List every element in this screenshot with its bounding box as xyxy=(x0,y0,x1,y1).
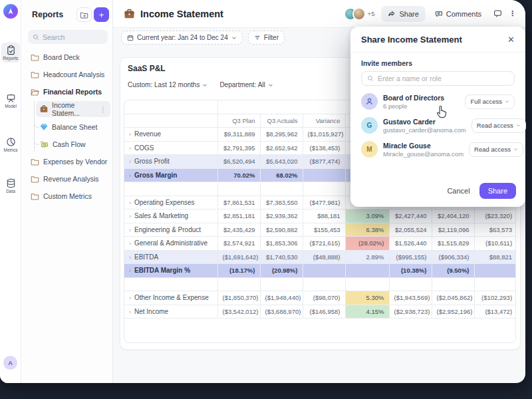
sidebar-item-financial-reports[interactable]: Financial Reports xyxy=(25,84,110,100)
table-cell: 6.38% xyxy=(345,223,389,237)
table-cell: (9.50%) xyxy=(432,264,474,278)
table-cell: $6,520,494 xyxy=(217,155,260,169)
row-label-text: Engineering & Product xyxy=(134,226,201,233)
sidebar-item-revenue-analysis[interactable]: Revenue Analysis xyxy=(25,171,110,187)
sidebar-item-income-statem[interactable]: Income Statem...⋮ xyxy=(36,101,110,117)
row-label-text: Other Income & Expense xyxy=(134,294,209,301)
row-label[interactable]: ›Other Income & Expense xyxy=(124,291,217,305)
rail-item-metrics[interactable]: Metrics xyxy=(1,134,20,154)
table-cell: ($3,688,970) xyxy=(260,305,303,319)
rail-item-label: Model xyxy=(5,104,17,108)
filter-bar: Current year: Jan 24 to Dec 24 Filter xyxy=(121,31,285,45)
expand-caret-icon: › xyxy=(129,240,131,247)
comments-button[interactable]: Comments xyxy=(428,6,488,22)
close-icon[interactable]: ✕ xyxy=(507,35,515,45)
item-menu-icon[interactable]: ⋮ xyxy=(100,106,106,113)
table-cell xyxy=(260,182,303,196)
comments-button-label: Comments xyxy=(446,10,481,18)
collaborator-avatars[interactable]: +5 xyxy=(344,7,375,21)
table-cell: $2,119,096 xyxy=(432,223,474,237)
table-cell: ($13,472) xyxy=(474,305,516,319)
access-dropdown[interactable]: Read access xyxy=(469,142,523,157)
table-cell: ($3,542,012) xyxy=(217,305,260,319)
gem-icon xyxy=(40,123,48,131)
table-cell: ($2,938,723) xyxy=(389,305,432,319)
sidebar-item-board-deck[interactable]: Board Deck xyxy=(25,49,110,65)
row-label[interactable]: ›Engineering & Product xyxy=(124,223,217,237)
table-cell xyxy=(303,277,345,291)
rail-item-label: Reports xyxy=(3,56,19,61)
sidebar-item-label: Balance Sheet xyxy=(52,123,97,131)
user-avatar[interactable]: A xyxy=(3,356,17,370)
row-label[interactable]: ›Sales & Marketing xyxy=(124,209,217,223)
row-label[interactable]: ›Gross Profit xyxy=(124,155,217,169)
row-label[interactable]: ›EBITDA xyxy=(124,250,217,264)
member-list: Board of Directors6 peopleFull accessGGu… xyxy=(361,93,515,158)
row-label xyxy=(124,182,217,196)
table-cell: $2,427,440 xyxy=(389,209,432,223)
table-row: ›Engineering & Product$2,435,429$2,590,8… xyxy=(124,223,516,237)
row-label xyxy=(124,277,217,291)
easel-icon xyxy=(6,93,16,103)
clipboard-icon xyxy=(6,45,16,55)
chevron-down-icon xyxy=(231,35,237,41)
share-button-label: Share xyxy=(399,10,418,18)
share-confirm-button[interactable]: Share xyxy=(479,183,516,199)
navigation-arrow-icon xyxy=(7,7,15,15)
row-label[interactable]: ›EBITDA Margin % xyxy=(124,264,217,278)
briefcase-icon xyxy=(124,9,135,19)
rail-item-model[interactable]: Model xyxy=(1,90,20,110)
expand-caret-icon: › xyxy=(129,213,131,219)
row-label[interactable]: ›Gross Margin xyxy=(124,168,217,182)
expand-caret-icon: › xyxy=(129,172,131,179)
date-range-chip[interactable]: Current year: Jan 24 to Dec 24 xyxy=(121,31,243,45)
rail-item-reports[interactable]: Reports xyxy=(1,43,20,63)
table-cell: $155,453 xyxy=(303,223,345,237)
cancel-button[interactable]: Cancel xyxy=(447,187,469,195)
member-name: Miracle Gouse xyxy=(383,142,464,150)
table-cell xyxy=(345,264,389,278)
sidebar-item-headcount-analysis[interactable]: Headcount Analysis xyxy=(25,66,110,82)
row-label[interactable]: ›Net Income xyxy=(124,305,217,319)
table-row: ›Sales & Marketing$2,851,181$2,939,362$8… xyxy=(124,209,516,223)
department-dropdown[interactable]: Department: All xyxy=(219,81,273,88)
add-report-button[interactable]: + xyxy=(94,7,109,22)
share-arrow-icon xyxy=(388,10,396,18)
table-cell: ($146,958) xyxy=(303,305,345,319)
row-label[interactable]: ›General & Administrative xyxy=(124,237,217,251)
department-dropdown-label: Department: All xyxy=(219,81,265,88)
table-cell xyxy=(432,277,474,291)
sidebar-item-expenses-by-vendor[interactable]: Expenses by Vendor xyxy=(25,154,110,170)
table-cell: ($906,334) xyxy=(432,250,474,264)
rail-item-data[interactable]: Data xyxy=(1,176,20,196)
table-cell xyxy=(217,277,260,291)
row-label[interactable]: ›Revenue xyxy=(124,128,217,142)
filter-chip[interactable]: Filter xyxy=(248,31,285,45)
access-dropdown[interactable]: Full access xyxy=(465,94,515,109)
table-cell xyxy=(303,182,345,196)
row-label[interactable]: ›COGS xyxy=(124,141,217,155)
search-input[interactable]: Search xyxy=(28,30,108,44)
row-label[interactable]: ›Operating Expenses xyxy=(124,196,217,209)
more-options-button[interactable]: ⋮ xyxy=(506,5,519,22)
sidebar-item-custom-metrics[interactable]: Custom Metrics xyxy=(25,188,110,204)
table-cell: ($877,474) xyxy=(303,155,345,169)
move-to-folder-button[interactable] xyxy=(76,7,92,22)
sidebar-item-cash-flow[interactable]: Cash Flow xyxy=(36,136,110,152)
collaborator-avatar-2[interactable] xyxy=(352,7,366,21)
access-dropdown[interactable]: Read access xyxy=(471,118,526,133)
member-detail: Miracle_gouse@anoma.com xyxy=(383,150,464,158)
share-button[interactable]: Share xyxy=(381,6,425,22)
column-header: Q3 Plan xyxy=(217,114,260,128)
sidebar-title: Reports xyxy=(32,10,63,19)
period-dropdown[interactable]: Custom: Last 12 months xyxy=(128,81,207,88)
invite-input[interactable]: Enter a name or role xyxy=(361,71,515,86)
app-logo[interactable] xyxy=(3,4,18,19)
sidebar-item-balance-sheet[interactable]: Balance Sheet xyxy=(36,119,110,135)
table-cell: ($138,453) xyxy=(303,141,345,155)
table-cell: ($98,070) xyxy=(303,291,345,305)
sidebar-item-label: Custom Metrics xyxy=(43,192,92,200)
message-square-icon xyxy=(493,9,502,18)
chat-button[interactable] xyxy=(489,5,506,22)
table-cell: $2,791,395 xyxy=(217,141,260,155)
